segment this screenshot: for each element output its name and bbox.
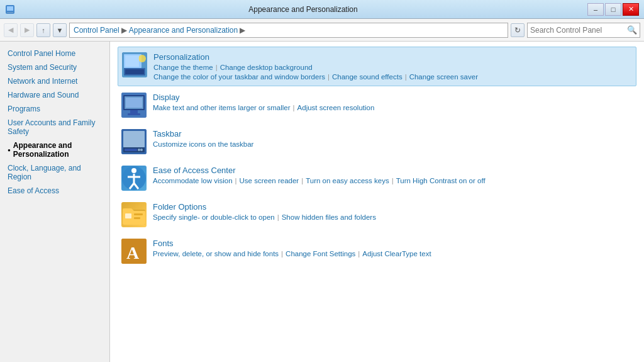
- ease-links: Accommodate low vision | Use screen read…: [153, 177, 633, 184]
- sidebar-item-hardware-and-sound[interactable]: Hardware and Sound: [0, 88, 109, 102]
- sidebar-label: Ease of Access: [8, 186, 59, 195]
- svg-rect-13: [128, 113, 140, 115]
- svg-rect-14: [126, 98, 142, 108]
- adjust-resolution-link[interactable]: Adjust screen resolution: [297, 104, 375, 111]
- taskbar-icon: [121, 129, 147, 154]
- folder-options-content: Folder Options Specify single- or double…: [153, 202, 633, 221]
- address-bar: ◀ ▶ ↑ ▼ Control Panel ▶ Appearance and P…: [0, 19, 644, 42]
- search-box: 🔍: [527, 23, 640, 38]
- sidebar-label: User Accounts and Family Safety: [8, 118, 102, 136]
- sidebar-item-network-and-internet[interactable]: Network and Internet: [0, 74, 109, 88]
- breadcrumb-appearance[interactable]: Appearance and Personalization: [129, 26, 238, 35]
- svg-text:A: A: [126, 243, 140, 263]
- personalization-title[interactable]: Personalization: [153, 52, 209, 62]
- turn-high-contrast-link[interactable]: Turn High Contrast on or off: [396, 177, 486, 184]
- sidebar-item-user-accounts[interactable]: User Accounts and Family Safety: [0, 116, 109, 139]
- sidebar-label: Hardware and Sound: [8, 91, 79, 99]
- search-input[interactable]: [530, 26, 627, 35]
- sidebar-label: Control Panel Home: [8, 49, 75, 58]
- change-sound-effects-link[interactable]: Change sound effects: [332, 73, 402, 81]
- svg-rect-16: [123, 131, 145, 147]
- svg-point-19: [140, 149, 143, 151]
- ease-of-access-icon: [121, 166, 147, 191]
- svg-rect-6: [125, 69, 144, 74]
- personalization-icon: [122, 52, 147, 77]
- folder-options-title[interactable]: Folder Options: [153, 202, 206, 212]
- svg-rect-30: [134, 213, 143, 215]
- breadcrumb-control-panel[interactable]: Control Panel: [74, 26, 119, 35]
- sidebar-item-appearance[interactable]: ● Appearance and Personalization: [0, 139, 109, 161]
- forward-button[interactable]: ▶: [20, 23, 34, 37]
- svg-rect-29: [125, 213, 131, 218]
- back-button[interactable]: ◀: [4, 23, 18, 37]
- display-icon: [121, 93, 147, 118]
- category-display[interactable]: Display Make text and other items larger…: [118, 88, 636, 123]
- display-content: Display Make text and other items larger…: [153, 93, 633, 111]
- svg-point-22: [131, 168, 136, 173]
- refresh-button[interactable]: ↻: [511, 23, 525, 37]
- svg-rect-1: [7, 6, 13, 11]
- sidebar-label: Network and Internet: [8, 77, 77, 86]
- sidebar-item-clock[interactable]: Clock, Language, and Region: [0, 161, 109, 184]
- category-ease-of-access[interactable]: Ease of Access Center Accommodate low vi…: [118, 161, 636, 196]
- fonts-icon: A: [121, 239, 147, 264]
- close-button[interactable]: ✕: [623, 3, 639, 16]
- turn-on-easy-access-keys-link[interactable]: Turn on easy access keys: [306, 177, 389, 184]
- sidebar-label: Clock, Language, and Region: [8, 164, 102, 181]
- change-desktop-background-link[interactable]: Change desktop background: [220, 64, 313, 71]
- sidebar-item-ease-of-access[interactable]: Ease of Access: [0, 184, 109, 198]
- make-text-larger-link[interactable]: Make text and other items larger or smal…: [153, 104, 291, 111]
- show-hidden-files-link[interactable]: Show hidden files and folders: [282, 213, 376, 221]
- adjust-cleartype-link[interactable]: Adjust ClearType text: [362, 250, 431, 257]
- category-taskbar[interactable]: Taskbar Customize icons on the taskbar: [118, 124, 636, 159]
- display-links: Make text and other items larger or smal…: [153, 104, 633, 111]
- sidebar-item-system-and-security[interactable]: System and Security: [0, 60, 109, 74]
- app-icon: [5, 4, 15, 14]
- customize-icons-link[interactable]: Customize icons on the taskbar: [153, 140, 253, 148]
- search-icon[interactable]: 🔍: [627, 25, 637, 35]
- sidebar-label: Programs: [8, 105, 40, 113]
- fonts-title[interactable]: Fonts: [153, 239, 174, 248]
- window-title: Appearance and Personalization: [19, 5, 587, 14]
- taskbar-links: Customize icons on the taskbar: [153, 140, 633, 148]
- title-bar: Appearance and Personalization – □ ✕: [0, 0, 644, 19]
- taskbar-title[interactable]: Taskbar: [153, 129, 182, 139]
- category-fonts[interactable]: A Fonts Preview, delete, or show and hid…: [118, 234, 636, 269]
- personalization-links: Change the theme | Change desktop backgr…: [153, 64, 632, 71]
- minimize-button[interactable]: –: [587, 3, 604, 16]
- ease-of-access-title[interactable]: Ease of Access Center: [153, 166, 236, 175]
- preview-delete-fonts-link[interactable]: Preview, delete, or show and hide fonts: [153, 250, 279, 257]
- sidebar-label: System and Security: [8, 63, 77, 72]
- sidebar-item-programs[interactable]: Programs: [0, 102, 109, 116]
- content-area: Personalization Change the theme | Chang…: [110, 42, 644, 362]
- change-screen-saver-link[interactable]: Change screen saver: [409, 73, 478, 81]
- accommodate-low-vision-link[interactable]: Accommodate low vision: [153, 177, 233, 184]
- main-layout: Control Panel Home System and Security N…: [0, 42, 644, 362]
- category-folder-options[interactable]: Folder Options Specify single- or double…: [118, 197, 636, 232]
- sidebar: Control Panel Home System and Security N…: [0, 42, 110, 362]
- change-taskbar-color-link[interactable]: Change the color of your taskbar and win…: [153, 73, 325, 81]
- recent-locations-button[interactable]: ▼: [53, 23, 67, 37]
- address-path: Control Panel ▶ Appearance and Personali…: [69, 23, 508, 38]
- svg-rect-31: [134, 217, 140, 219]
- category-personalization[interactable]: Personalization Change the theme | Chang…: [118, 47, 636, 86]
- folder-links: Specify single- or double-click to open …: [153, 213, 633, 221]
- fonts-links: Preview, delete, or show and hide fonts …: [153, 250, 633, 257]
- display-title[interactable]: Display: [153, 93, 180, 102]
- use-screen-reader-link[interactable]: Use screen reader: [240, 177, 299, 184]
- ease-of-access-content: Ease of Access Center Accommodate low vi…: [153, 166, 633, 184]
- specify-click-link[interactable]: Specify single- or double-click to open: [153, 213, 275, 221]
- sidebar-item-control-panel-home[interactable]: Control Panel Home: [0, 47, 109, 60]
- maximize-button[interactable]: □: [605, 3, 621, 16]
- sidebar-label: Appearance and Personalization: [13, 141, 102, 159]
- active-bullet: ●: [8, 147, 11, 153]
- svg-point-20: [138, 149, 140, 151]
- window-controls: – □ ✕: [587, 3, 639, 16]
- change-theme-link[interactable]: Change the theme: [153, 64, 213, 71]
- fonts-content: Fonts Preview, delete, or show and hide …: [153, 239, 633, 257]
- personalization-links-2: Change the color of your taskbar and win…: [153, 73, 632, 81]
- change-font-settings-link[interactable]: Change Font Settings: [286, 250, 355, 257]
- svg-rect-12: [130, 110, 138, 113]
- up-button[interactable]: ↑: [36, 23, 50, 37]
- svg-rect-2: [7, 12, 13, 13]
